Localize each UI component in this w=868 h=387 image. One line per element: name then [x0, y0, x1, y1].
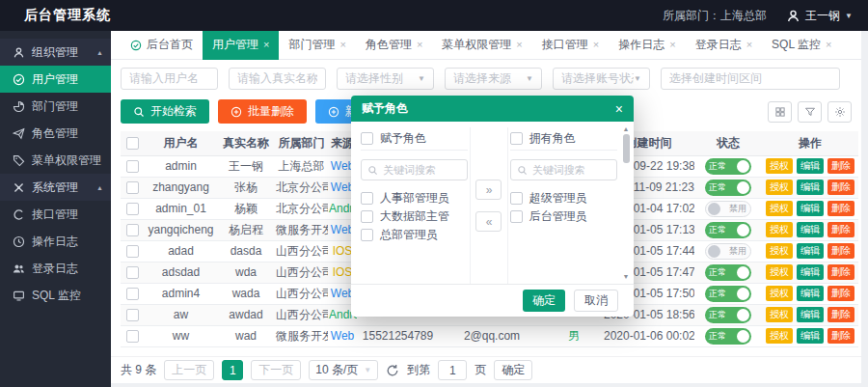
edit-button[interactable]: 编辑: [797, 243, 824, 259]
username-filter[interactable]: 请输入用户名: [121, 68, 218, 90]
status-toggle[interactable]: 正常: [705, 158, 751, 175]
owned-role-search-input[interactable]: 关键词搜索: [510, 159, 617, 180]
checkbox[interactable]: [361, 210, 373, 223]
tab-menu-permission[interactable]: 菜单权限管理×: [432, 31, 531, 60]
edit-button[interactable]: 编辑: [797, 158, 824, 174]
edit-button[interactable]: 编辑: [797, 328, 824, 344]
edit-button[interactable]: 编辑: [797, 201, 824, 216]
row-checkbox[interactable]: [126, 245, 139, 258]
status-toggle[interactable]: 禁用: [705, 201, 751, 217]
status-toggle[interactable]: 正常: [705, 286, 751, 302]
next-page-button[interactable]: 下一页: [251, 360, 301, 380]
status-toggle[interactable]: 正常: [705, 307, 751, 323]
gender-filter[interactable]: 请选择性别▼: [337, 68, 434, 90]
sidebar-item-sql-monitor[interactable]: SQL 监控: [0, 282, 111, 309]
search-button[interactable]: 开始检索: [121, 99, 209, 124]
tab-sql-monitor[interactable]: SQL 监控×: [762, 31, 841, 60]
sidebar-item-dept-management[interactable]: 部门管理: [0, 93, 111, 120]
row-checkbox[interactable]: [126, 224, 139, 236]
status-toggle[interactable]: 正常: [705, 180, 751, 196]
close-icon[interactable]: ×: [669, 40, 675, 50]
checkbox[interactable]: [510, 210, 523, 223]
columns-grid-button[interactable]: [768, 101, 792, 123]
current-page-button[interactable]: 1: [222, 360, 243, 380]
edit-button[interactable]: 编辑: [797, 180, 824, 195]
status-toggle[interactable]: 正常: [705, 328, 751, 345]
modal-ok-button[interactable]: 确定: [523, 290, 565, 312]
goto-page-input[interactable]: 1: [438, 360, 467, 380]
page-size-select[interactable]: 10 条/页 ▼: [309, 360, 378, 380]
checkbox[interactable]: [510, 132, 523, 145]
tab-dept-management[interactable]: 部门管理×: [279, 31, 355, 60]
close-icon[interactable]: ×: [615, 101, 623, 117]
close-icon[interactable]: ×: [593, 40, 599, 50]
modal-cancel-button[interactable]: 取消: [574, 290, 618, 312]
move-right-button[interactable]: »: [475, 180, 502, 200]
delete-button[interactable]: 删除: [827, 222, 854, 237]
prev-page-button[interactable]: 上一页: [164, 360, 214, 380]
modal-scrollbar[interactable]: ▲ ▼: [621, 124, 631, 281]
row-checkbox[interactable]: [126, 330, 139, 343]
created-range-filter[interactable]: 选择创建时间区间: [661, 68, 840, 90]
delete-button[interactable]: 删除: [827, 328, 854, 344]
checkbox[interactable]: [361, 192, 373, 205]
delete-button[interactable]: 删除: [827, 180, 854, 195]
edit-button[interactable]: 编辑: [797, 286, 824, 301]
filter-button[interactable]: [798, 101, 822, 123]
close-icon[interactable]: ×: [339, 40, 345, 50]
tab-operation-log[interactable]: 操作日志×: [609, 31, 685, 60]
row-checkbox[interactable]: [126, 288, 139, 300]
checkbox[interactable]: [361, 132, 373, 145]
assign-role-search-input[interactable]: 关键词搜索: [361, 159, 468, 180]
authorize-button[interactable]: 授权: [766, 328, 793, 344]
edit-button[interactable]: 编辑: [797, 307, 824, 322]
delete-button[interactable]: 删除: [827, 201, 854, 216]
sidebar-item-role-management[interactable]: 角色管理: [0, 120, 111, 147]
status-toggle[interactable]: 正常: [705, 264, 751, 281]
authorize-button[interactable]: 授权: [766, 180, 793, 195]
role-option[interactable]: 超级管理员: [510, 189, 617, 207]
realname-filter[interactable]: 请输入真实名称: [229, 68, 326, 90]
authorize-button[interactable]: 授权: [766, 307, 793, 322]
close-icon[interactable]: ×: [516, 40, 522, 50]
row-checkbox[interactable]: [126, 203, 139, 215]
sidebar-item-operation-log[interactable]: 操作日志: [0, 228, 111, 255]
settings-button[interactable]: [827, 101, 852, 123]
role-option[interactable]: 大数据部主管: [361, 207, 468, 226]
row-checkbox[interactable]: [126, 266, 139, 279]
tab-api-management[interactable]: 接口管理×: [532, 31, 609, 60]
close-icon[interactable]: ×: [263, 40, 269, 50]
edit-button[interactable]: 编辑: [797, 222, 824, 237]
authorize-button[interactable]: 授权: [766, 243, 793, 259]
close-icon[interactable]: ×: [826, 40, 831, 50]
role-option[interactable]: 人事部管理员: [361, 189, 468, 207]
row-checkbox[interactable]: [126, 160, 139, 173]
sidebar-item-user-management[interactable]: 用户管理: [0, 66, 111, 93]
role-option[interactable]: 后台管理员: [510, 207, 617, 226]
checkbox[interactable]: [510, 192, 523, 205]
edit-button[interactable]: 编辑: [797, 264, 824, 280]
goto-confirm-button[interactable]: 确定: [494, 360, 532, 380]
status-toggle[interactable]: 禁用: [705, 243, 751, 260]
sidebar-item-menu-permission-management[interactable]: 菜单权限管理: [0, 147, 111, 174]
delete-button[interactable]: 删除: [827, 307, 854, 322]
authorize-button[interactable]: 授权: [766, 158, 793, 174]
sidebar-item-login-log[interactable]: 登录日志: [0, 255, 111, 282]
user-menu[interactable]: 王一钢 ▼: [786, 8, 853, 24]
delete-button[interactable]: 删除: [827, 158, 854, 174]
tab-home[interactable]: 后台首页: [121, 31, 203, 60]
row-checkbox[interactable]: [126, 309, 139, 321]
refresh-icon[interactable]: [386, 364, 399, 377]
delete-button[interactable]: 删除: [827, 264, 854, 280]
batch-delete-button[interactable]: 批量删除: [218, 99, 307, 124]
source-filter[interactable]: 请选择来源▼: [445, 68, 542, 90]
authorize-button[interactable]: 授权: [766, 201, 793, 216]
sidebar-item-system-management[interactable]: 系统管理▲: [0, 174, 111, 201]
move-left-button[interactable]: «: [475, 211, 502, 232]
status-toggle[interactable]: 正常: [705, 222, 751, 238]
role-option[interactable]: 总部管理员: [361, 226, 468, 244]
delete-button[interactable]: 删除: [827, 286, 854, 301]
authorize-button[interactable]: 授权: [766, 222, 793, 237]
tab-login-log[interactable]: 登录日志×: [686, 31, 762, 60]
scroll-down-icon[interactable]: ▼: [623, 272, 630, 281]
